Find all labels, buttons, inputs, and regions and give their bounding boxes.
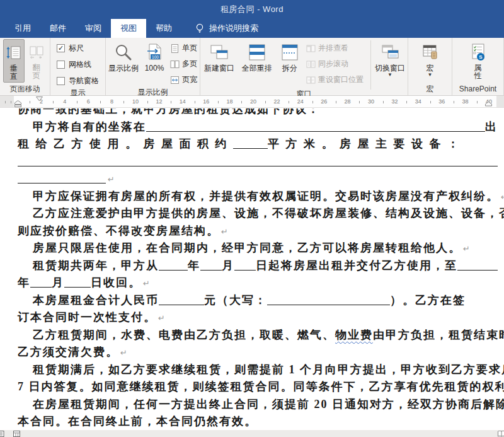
switch-windows-button[interactable]: 切换窗口 ▼ xyxy=(372,39,408,84)
paragraph-mark: ↵ xyxy=(143,279,150,288)
doc-text: 甲方将自有的坐落在 xyxy=(33,119,146,134)
split-button[interactable]: 拆分 xyxy=(276,39,304,84)
ruler-tick xyxy=(218,101,219,103)
side-to-side-label: 翻页 xyxy=(32,64,41,80)
doc-line[interactable]: 乙方须交清欠费。↵ xyxy=(18,342,498,360)
blank-underline-fill xyxy=(146,131,485,132)
navigation-pane-checkbox[interactable]: 导航窗格 xyxy=(57,73,99,88)
ruler-number: 14 xyxy=(180,98,186,105)
doc-line[interactable]: 在房屋租赁期间，任何一方提出终止合同，须提前 20 日通知对方，经双方协商后解除 xyxy=(18,394,498,412)
group-label-sharepoint: SharePoint xyxy=(452,84,503,95)
ruler-number: 4 xyxy=(63,98,66,105)
side-to-side-button: 翻页 xyxy=(26,39,47,84)
doc-line[interactable]: 本房屋租金合计人民币元（大写：）。乙方在签 xyxy=(18,290,498,308)
doc-line[interactable]: 甲方应保证拥有房屋的所有权，并提供有效权属证明。交易时该房屋没有产权纠纷。↵ xyxy=(18,186,498,204)
doc-text: 日起将房屋出租并交付乙方使用，至 xyxy=(256,258,457,273)
paragraph-mark: ↵ xyxy=(221,227,228,236)
paragraph-mark: ↵ xyxy=(108,175,115,184)
ruler-tick xyxy=(77,101,77,103)
ruler-checkbox[interactable]: ✓ 标尺 xyxy=(57,40,84,55)
vertical-button[interactable]: 垂直 xyxy=(3,39,25,83)
macros-icon xyxy=(421,41,439,64)
grid-status-icon[interactable] xyxy=(13,431,20,437)
vertical-label: 垂直 xyxy=(9,64,18,81)
one-page-button[interactable]: 单页 xyxy=(168,40,199,56)
group-label-macros: 宏 xyxy=(408,84,452,95)
doc-line[interactable] xyxy=(18,151,498,169)
doc-line[interactable]: ↵ xyxy=(18,169,498,187)
ruler-number: 34 xyxy=(415,98,421,105)
document-page[interactable]: 协商一致的基础上，就甲方房屋的租赁达成如下协议：甲方将自有的坐落在出租给乙方使用… xyxy=(0,108,504,432)
page-width-button[interactable]: 页宽 xyxy=(168,72,199,88)
blank-underline xyxy=(267,305,390,305)
document-status-icon[interactable] xyxy=(0,431,4,437)
right-indent-marker[interactable] xyxy=(485,102,492,107)
blank-underline xyxy=(159,270,188,271)
doc-line[interactable]: 本合同。在合同终止前，本合同仍然有效。 xyxy=(18,412,498,429)
macros-button[interactable]: 宏 ▼ xyxy=(415,39,445,84)
doc-text: 乙方租赁期间，水费、电费由乙方负担，取暖、燃气、 xyxy=(33,327,335,342)
tab-mailings[interactable]: 邮件 xyxy=(40,19,76,38)
reset-window-position-button: 重设窗口位置 xyxy=(304,72,369,88)
doc-text: 乙方应注意爱护由甲方提供的房屋、设施，不得破坏房屋装修、结构及设施、设备，否 xyxy=(33,206,504,221)
arrange-all-button[interactable]: 全部重排 xyxy=(238,39,276,84)
doc-line[interactable]: 年月日收回。↵ xyxy=(18,273,498,291)
doc-line[interactable]: 则应按价赔偿、不得改变房屋结构。↵ xyxy=(18,221,498,238)
doc-line[interactable]: 甲方将自有的坐落在出 xyxy=(18,117,498,134)
arrange-all-label: 全部重排 xyxy=(242,64,272,73)
ruler-tick xyxy=(430,101,431,103)
doc-line[interactable]: 乙方应注意爱护由甲方提供的房屋、设施，不得破坏房屋装修、结构及设施、设备，否 xyxy=(18,204,498,221)
doc-line[interactable]: 乙方租赁期间，水费、电费由乙方负担，取暖、燃气、物业费由甲方负担，租赁结束时， xyxy=(18,325,498,342)
tab-help[interactable]: 帮助 xyxy=(146,19,181,38)
doc-line[interactable]: 订本合同时一次性支付。↵ xyxy=(18,308,498,325)
doc-text: 月 xyxy=(222,258,234,273)
svg-text:S: S xyxy=(479,54,483,60)
doc-text: 年 xyxy=(18,275,30,290)
ruler-tick xyxy=(477,101,478,103)
multiple-pages-button[interactable]: 多页 xyxy=(168,56,199,72)
window-title: 租房合同 - Word xyxy=(220,4,284,15)
one-page-icon xyxy=(170,44,180,54)
zoom-button[interactable]: 显示比例 xyxy=(106,39,141,84)
tellme-search[interactable]: 操作说明搜索 xyxy=(195,19,258,38)
first-line-indent-marker[interactable] xyxy=(36,96,43,102)
doc-line[interactable]: 房屋只限居住使用，在合同期内，经甲方同意，乙方可以将房屋转租给他人。↵ xyxy=(18,238,498,256)
read-mode-status-icon[interactable] xyxy=(498,431,504,437)
doc-text: 年 xyxy=(188,258,200,273)
ruler-number: 18 xyxy=(227,98,233,105)
properties-button[interactable]: S 属性 xyxy=(464,39,492,84)
doc-line[interactable]: 租赁期满后，如乙方要求继续租赁，则需提前 1 个月向甲方提出，甲方收到乙方要求后 xyxy=(18,359,498,377)
status-strip xyxy=(0,430,504,437)
horizontal-ruler[interactable]: 246810121416182022242628303234363840 xyxy=(0,96,504,108)
tellme-label: 操作说明搜索 xyxy=(209,23,258,34)
paragraph-mark: ↵ xyxy=(158,313,165,323)
doc-text: 租给乙方使用。房屋面积约 xyxy=(18,136,233,151)
blank-underline xyxy=(159,305,204,305)
new-window-label: 新建窗口 xyxy=(204,64,234,73)
ribbon-tab-row: 引用 邮件 审阅 视图 帮助 操作说明搜索 xyxy=(0,19,504,38)
tab-review[interactable]: 审阅 xyxy=(76,19,111,38)
doc-line[interactable]: 7 日内答复。如同意继续租赁，则续签租赁合同。同等条件下，乙方享有优先租赁的权利… xyxy=(18,377,498,395)
gridlines-checkbox[interactable]: 网格线 xyxy=(57,57,91,72)
ruler-tick xyxy=(383,101,384,103)
blank-underline xyxy=(64,287,91,288)
ruler-tick xyxy=(265,101,266,103)
sync-scrolling-icon xyxy=(306,60,316,69)
zoom-100-button[interactable]: 100 100% xyxy=(141,39,168,84)
ruler-number: 36 xyxy=(438,98,445,105)
doc-text: ）。乙方在签 xyxy=(390,293,466,308)
new-window-button[interactable]: 新建窗口 xyxy=(200,39,238,84)
tab-view[interactable]: 视图 xyxy=(111,19,146,38)
tab-references[interactable]: 引用 xyxy=(5,19,40,38)
synchronous-scrolling-button: 同步滚动 xyxy=(304,56,369,72)
checkbox-checked-icon: ✓ xyxy=(57,44,65,52)
group-sharepoint: S 属性 SharePoint xyxy=(452,38,504,95)
doc-text: 7 日内答复。如同意继续租赁，则续签租赁合同。同等条件下，乙方享有优先租赁的权利… xyxy=(18,379,504,394)
doc-line[interactable]: 租给乙方使用。房屋面积约平方米。房屋主要设备： xyxy=(18,134,498,152)
ruler-tick xyxy=(100,101,101,103)
paragraph-mark: ↵ xyxy=(463,244,470,253)
ruler-tick xyxy=(123,101,124,103)
left-indent-marker[interactable] xyxy=(14,100,21,107)
doc-line[interactable]: 租赁期共两年，甲方从年月日起将房屋出租并交付乙方使用，至 xyxy=(18,255,498,273)
doc-line[interactable]: 协商一致的基础上，就甲方房屋的租赁达成如下协议： xyxy=(18,108,498,117)
